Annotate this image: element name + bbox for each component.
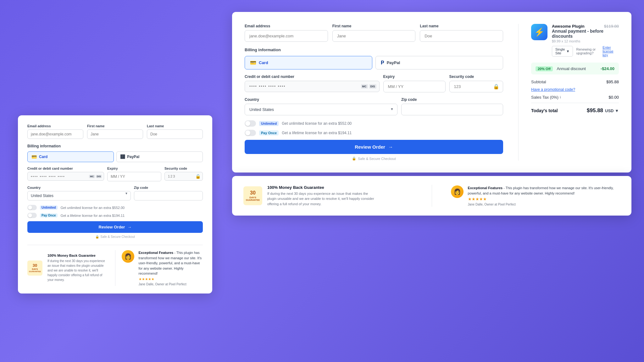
- lg-site-chevron-icon: ▼: [566, 49, 570, 53]
- large-checkout-card: Email address First name Last name Billi…: [232, 12, 631, 173]
- small-toggle-knob-payonce: [28, 213, 32, 217]
- lg-tab-card[interactable]: 💳 Card: [245, 56, 372, 69]
- small-unlimited-badge: Unlimited: [40, 206, 58, 210]
- lg-unlimited-text: Get unlimited license for an extra $552.…: [282, 121, 352, 126]
- lg-cvv-icon: 🔒: [493, 84, 499, 90]
- lg-renew-link[interactable]: Enter license key: [602, 46, 619, 57]
- lg-plugin-icon: ⚡: [531, 24, 547, 40]
- lg-tax-value: $0.00: [608, 95, 619, 100]
- lg-upsell-payonce: Pay Once Get a lifetime license for an e…: [245, 130, 503, 136]
- small-billing-tabs: 💳 Card 🅿 PayPal: [27, 151, 203, 162]
- small-review-btn[interactable]: Review Order →: [27, 221, 203, 233]
- lg-total-value: $95.88 USD ▼: [587, 107, 619, 114]
- lg-upsell-unlimited: Unlimited Get unlimited license for an e…: [245, 120, 503, 127]
- small-toggle-payonce[interactable]: [27, 213, 37, 218]
- bottom-money-title: 100% Money Back Guarantee: [267, 185, 374, 190]
- lg-expiry-label: Expiry: [383, 74, 446, 79]
- small-unlimited-text: Get unlimited license for an extra $552.…: [61, 206, 125, 210]
- lg-plugin-sub: $9.99 x 12 months: [552, 39, 604, 43]
- lg-toggle-payonce[interactable]: [245, 130, 256, 136]
- lg-cvv-wrap: 🔒: [449, 81, 503, 92]
- lg-site-badge[interactable]: Single Site ▼: [552, 46, 573, 57]
- small-tab-card[interactable]: 💳 Card: [27, 151, 114, 162]
- small-country-label: Country: [27, 186, 131, 189]
- small-cvv-wrap: 🔒: [164, 172, 203, 181]
- lg-zip-input[interactable]: [401, 104, 503, 115]
- lg-card-number-input[interactable]: [245, 81, 380, 92]
- small-email-label: Email address: [27, 124, 83, 128]
- lg-lock-icon: 🔒: [352, 156, 356, 161]
- small-upsell-payonce: Pay Once Get a lifetime license for an e…: [27, 213, 203, 218]
- bottom-reviewer-avatar: 👩: [451, 185, 464, 198]
- small-toggle-unlimited[interactable]: [27, 205, 37, 210]
- lg-card-number-label: Credit or debit card number: [245, 74, 380, 79]
- small-money-title: 100% Money Back Guarantee: [47, 254, 109, 257]
- bottom-money-desc: If during the next 30 days you experienc…: [267, 191, 374, 207]
- small-zip-label: Zip code: [134, 186, 203, 189]
- lg-payonce-text: Get a lifetime license for an extra $194…: [282, 131, 352, 135]
- small-money-back: 30 DAYS GUARANTEE 100% Money Back Guaran…: [27, 250, 109, 286]
- small-lastname-label: Last name: [147, 124, 203, 128]
- lg-zip-label: Zip code: [401, 97, 503, 102]
- lg-card-icons: MC DIS: [361, 84, 376, 89]
- lg-discount-row: 20% Off Annual discount -$24.00: [531, 63, 619, 74]
- small-firstname-input[interactable]: [87, 129, 143, 139]
- bottom-divider: [432, 185, 432, 207]
- bottom-review-banner: 30 DAYS GUARANTEE 100% Money Back Guaran…: [232, 176, 631, 216]
- small-country-select[interactable]: United States: [27, 191, 131, 200]
- small-dis-icon: DIS: [96, 175, 102, 178]
- lg-email-label: Email address: [245, 24, 328, 28]
- lg-plugin-price-orig: $119.88: [604, 24, 619, 29]
- lg-plugin-desc: Annual payment - before discounts: [552, 29, 604, 39]
- small-money-desc: If during the next 30 days you experienc…: [47, 259, 109, 282]
- lg-order-panel: ⚡ Awesome Plugin Annual payment - before…: [518, 24, 619, 161]
- lg-review-btn[interactable]: Review Order →: [245, 140, 503, 154]
- lg-toggle-knob-payonce: [245, 130, 250, 135]
- lg-card-number-wrap: MC DIS: [245, 81, 380, 92]
- lg-toggle-knob-unlimited: [245, 121, 250, 126]
- lg-total-row: Today's total $95.88 USD ▼: [531, 103, 619, 114]
- small-tab-paypal[interactable]: 🅿 PayPal: [116, 151, 203, 162]
- small-card-icon: 💳: [31, 154, 37, 159]
- bottom-testimonial: 👩 Exceptional Features - This plugin has…: [451, 185, 620, 206]
- small-paypal-icon: 🅿: [120, 154, 125, 159]
- lg-plugin-name: Awesome Plugin: [552, 24, 604, 29]
- small-firstname-label: First name: [87, 124, 143, 128]
- lg-plugin-meta-row: Single Site ▼ Renewing or upgrading? Ent…: [552, 46, 619, 57]
- small-checkout-card: Email address First name Last name Billi…: [18, 115, 212, 293]
- lg-lastname-label: Last name: [420, 24, 503, 28]
- lg-mc-icon: MC: [361, 84, 368, 89]
- large-form-panel: Email address First name Last name Billi…: [245, 24, 503, 161]
- lg-firstname-input[interactable]: [332, 30, 416, 42]
- small-expiry-input[interactable]: [107, 172, 161, 181]
- small-card-number-wrap: MC DIS: [27, 172, 104, 181]
- small-divider: [115, 250, 115, 286]
- lg-tax-info-icon[interactable]: ℹ: [560, 96, 561, 99]
- small-zip-input[interactable]: [134, 191, 203, 200]
- small-card-icons: MC DIS: [89, 175, 102, 178]
- lg-tab-paypal[interactable]: P PayPal: [375, 56, 503, 69]
- lg-discount-badge: 20% Off: [536, 66, 553, 71]
- lg-tax-row: Sales Tax (0%) ℹ $0.00: [531, 95, 619, 100]
- bottom-money-back: 30 DAYS GUARANTEE 100% Money Back Guaran…: [243, 185, 413, 207]
- lg-email-input[interactable]: [245, 30, 328, 42]
- small-testimonial-author: Jane Dalle, Owner at Pixel Perfect: [139, 282, 203, 286]
- lg-secure-text: 🔒 Safe & Secure Checkout: [245, 156, 503, 161]
- lg-country-select[interactable]: United States: [245, 104, 397, 115]
- lg-lastname-input[interactable]: [420, 30, 503, 42]
- lg-subtotal-value: $95.88: [606, 80, 619, 84]
- small-payonce-text: Get a lifetime license for an extra $194…: [61, 214, 125, 217]
- small-money-badge: 30 DAYS GUARANTEE: [27, 261, 42, 276]
- bottom-money-badge: 30 DAYS GUARANTEE: [243, 186, 262, 205]
- small-card-number-label: Credit or debit card number: [27, 167, 104, 170]
- small-mc-icon: MC: [89, 175, 95, 178]
- small-lastname-input[interactable]: [147, 129, 203, 139]
- lg-card-icon: 💳: [250, 60, 256, 66]
- small-email-input[interactable]: [27, 129, 83, 139]
- small-secure-text: 🔒 Safe & Secure Checkout: [27, 235, 203, 239]
- lg-expiry-input[interactable]: [383, 81, 446, 92]
- small-stars: ★★★★★: [139, 277, 203, 281]
- lg-toggle-unlimited[interactable]: [245, 120, 256, 127]
- lg-promo-link[interactable]: Have a promotional code?: [531, 87, 619, 92]
- lg-unlimited-badge: Unlimited: [259, 121, 279, 126]
